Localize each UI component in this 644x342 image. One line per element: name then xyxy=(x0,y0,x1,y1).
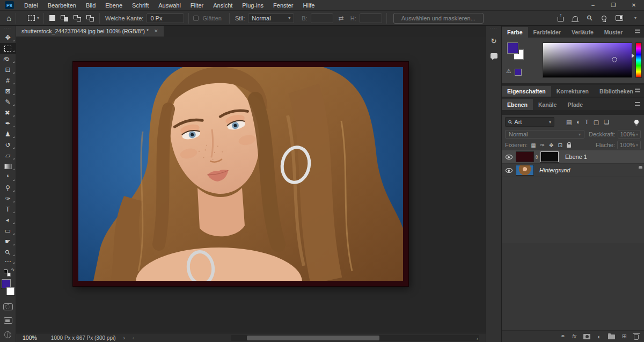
menu-fenster[interactable]: Fenster xyxy=(268,1,298,10)
intersect-selection-icon[interactable] xyxy=(86,15,94,21)
tab-ebenen[interactable]: Ebenen xyxy=(502,99,533,110)
layer-mask-thumbnail[interactable] xyxy=(540,151,559,162)
edit-toolbar-button[interactable]: ⋯ xyxy=(0,258,16,265)
document-tab[interactable]: shutterstock_2442370449.jpg bei 100% (RG… xyxy=(16,26,164,37)
object-selection-tool[interactable]: ⊡ xyxy=(0,64,16,75)
link-layers-icon[interactable]: ⚭ xyxy=(560,333,565,340)
layer-thumbnail[interactable] xyxy=(516,151,534,162)
eyedropper-tool[interactable]: ✎ xyxy=(0,97,16,107)
default-colors-icon[interactable]: ↷ xyxy=(4,270,12,276)
lock-artboard-icon[interactable]: ⊡ xyxy=(558,142,562,148)
blur-tool[interactable]: ❛ xyxy=(0,172,16,183)
search-icon[interactable]: ⚲ xyxy=(586,13,595,23)
tab-eigenschaften[interactable]: Eigenschaften xyxy=(502,86,551,97)
new-group-icon[interactable] xyxy=(608,334,615,339)
screen-mode-button[interactable] xyxy=(4,317,12,324)
layer-styles-icon[interactable]: fx xyxy=(572,333,576,339)
layer-name[interactable]: Ebene 1 xyxy=(565,154,587,160)
tab-kanaele[interactable]: Kanäle xyxy=(533,99,562,110)
spot-healing-tool[interactable]: ✚ xyxy=(0,107,16,118)
notifications-bell-icon[interactable] xyxy=(573,16,578,21)
close-button[interactable]: ✕ xyxy=(624,0,644,11)
lasso-tool[interactable]: ϱ xyxy=(0,54,16,64)
filter-toggle-switch[interactable] xyxy=(634,120,639,124)
close-tab-icon[interactable]: ✕ xyxy=(154,28,158,34)
layer-thumbnail[interactable] xyxy=(516,165,534,176)
scroll-right-chevron[interactable]: › xyxy=(477,336,478,341)
tab-pfade[interactable]: Pfade xyxy=(562,99,588,110)
panel-menu-icon[interactable] xyxy=(635,102,640,106)
brush-tool[interactable]: ✒ xyxy=(0,118,16,129)
saturation-brightness-field[interactable] xyxy=(543,42,632,78)
rectangular-marquee-tool[interactable] xyxy=(0,43,16,54)
scrollbar-thumb[interactable] xyxy=(247,336,379,340)
select-and-mask-button[interactable]: Auswählen und maskieren... xyxy=(393,13,484,24)
new-selection-icon[interactable] xyxy=(49,15,55,21)
scroll-left-chevron[interactable]: ‹ xyxy=(133,335,134,341)
frame-tool[interactable]: ⊠ xyxy=(0,86,16,97)
panel-grip[interactable]: ···· xyxy=(4,26,11,32)
move-tool[interactable]: ✥ xyxy=(0,32,16,43)
menu-filter[interactable]: Filter xyxy=(186,1,208,10)
gradient-tool[interactable] xyxy=(0,161,16,172)
menu-bearbeiten[interactable]: Bearbeiten xyxy=(43,1,81,10)
comments-panel-icon[interactable] xyxy=(487,49,500,62)
clone-stamp-tool[interactable]: ♟ xyxy=(0,129,16,140)
fill-input[interactable]: 100% ▾ xyxy=(617,141,641,149)
filter-type-layers-icon[interactable]: T xyxy=(585,119,589,125)
menu-auswahl[interactable]: Auswahl xyxy=(153,1,186,10)
restore-button[interactable]: ❐ xyxy=(603,0,624,11)
gamut-swatch[interactable] xyxy=(515,69,522,76)
mask-link-icon[interactable]: ∞ xyxy=(534,154,540,160)
panel-menu-icon[interactable] xyxy=(635,30,640,33)
type-tool[interactable]: T xyxy=(0,204,16,215)
feather-input[interactable]: 0 Px xyxy=(147,13,184,23)
hand-tool[interactable]: ☛ xyxy=(0,236,16,247)
pen-tool[interactable]: ✑ xyxy=(0,193,16,204)
eraser-tool[interactable]: ▱ xyxy=(0,150,16,161)
zoom-tool[interactable]: ⚲ xyxy=(0,247,16,258)
blend-mode-select[interactable]: Normal ▾ xyxy=(505,130,584,139)
hue-slider-arrow[interactable] xyxy=(632,54,634,58)
chevron-down-icon[interactable]: ▾ xyxy=(37,16,39,20)
history-brush-tool[interactable]: ↺ xyxy=(0,140,16,150)
tab-korrekturen[interactable]: Korrekturen xyxy=(551,86,594,97)
delete-layer-icon[interactable] xyxy=(634,334,639,340)
menu-ansicht[interactable]: Ansicht xyxy=(208,1,237,10)
marquee-tool-preset-icon[interactable] xyxy=(28,15,35,21)
minimize-button[interactable]: – xyxy=(583,0,603,11)
layer-filter-select[interactable]: ⚲ Art ▾ xyxy=(505,117,554,127)
tab-muster[interactable]: Muster xyxy=(599,27,628,38)
chevron-down-icon[interactable]: ▾ xyxy=(634,16,636,20)
layers-empty-area[interactable] xyxy=(502,243,644,330)
canvas-area[interactable] xyxy=(16,37,486,333)
home-icon[interactable]: ⌂ xyxy=(6,14,11,22)
tab-farbfelder[interactable]: Farbfelder xyxy=(528,27,566,38)
menu-bild[interactable]: Bild xyxy=(81,1,100,10)
hue-slider[interactable] xyxy=(635,42,642,78)
dodge-tool[interactable]: ⚲ xyxy=(0,183,16,193)
foreground-color-swatch[interactable] xyxy=(507,42,518,54)
subtract-from-selection-icon[interactable] xyxy=(74,15,81,21)
status-flyout-chevron[interactable]: › xyxy=(123,335,125,341)
background-color-swatch[interactable] xyxy=(6,287,14,295)
gamut-warning-icon[interactable]: ⚠ xyxy=(506,68,511,75)
lock-position-icon[interactable]: ✥ xyxy=(549,142,553,148)
menu-ebene[interactable]: Ebene xyxy=(100,1,127,10)
filter-adjustment-layers-icon[interactable]: ◐ xyxy=(576,119,580,125)
panel-grip[interactable]: ···· xyxy=(490,26,497,32)
share-icon[interactable] xyxy=(558,17,564,21)
layer-name[interactable]: Hintergrund xyxy=(539,167,570,173)
add-to-selection-icon[interactable] xyxy=(61,15,68,21)
lock-transparency-icon[interactable]: ▦ xyxy=(531,142,536,148)
add-layer-mask-icon[interactable] xyxy=(583,334,590,339)
filter-shape-layers-icon[interactable]: ▢ xyxy=(594,119,599,126)
filter-pixel-layers-icon[interactable]: ▤ xyxy=(566,119,572,126)
path-selection-tool[interactable]: ➤ xyxy=(0,215,16,225)
height-input[interactable] xyxy=(360,13,382,23)
layer-visibility-toggle[interactable] xyxy=(502,168,516,173)
horizontal-scrollbar[interactable]: › xyxy=(231,335,479,341)
quick-mask-button[interactable] xyxy=(3,303,13,310)
new-layer-icon[interactable]: ⊞ xyxy=(622,333,627,340)
menu-schrift[interactable]: Schrift xyxy=(127,1,153,10)
